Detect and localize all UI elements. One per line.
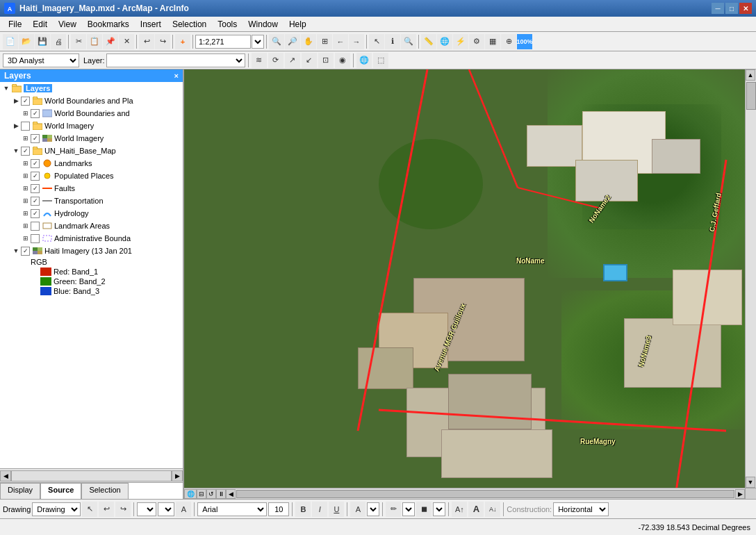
underline-button[interactable]: U [329, 502, 344, 517]
toc-close-button[interactable]: × [174, 72, 179, 80]
bold-button[interactable]: B [295, 502, 311, 517]
drawing-tool-1[interactable]: ↖ [82, 502, 97, 517]
analyst-btn5[interactable]: ⊡ [318, 53, 334, 68]
scroll-down-btn[interactable]: ▼ [746, 477, 755, 488]
expand-icon-un[interactable]: ▼ [11, 147, 21, 154]
toc-populated-places[interactable]: ⊞ ✓ Populated Places [0, 170, 183, 182]
map-nav-pause[interactable]: ⏸ [216, 489, 226, 499]
toc-landmarks[interactable]: ⊞ ✓ Landmarks [0, 157, 183, 170]
checkbox-wbs[interactable]: ✓ [31, 109, 40, 118]
scroll-right-btn[interactable]: ▶ [735, 489, 745, 499]
toc-transportation[interactable]: ⊞ ✓ Transportation [0, 195, 183, 207]
checkbox-un[interactable]: ✓ [21, 147, 30, 156]
tab-source[interactable]: Source [40, 483, 81, 499]
checkbox-tr[interactable]: ✓ [31, 197, 40, 206]
expand-icon-fa[interactable]: ⊞ [21, 185, 31, 192]
toc-hydrology[interactable]: ⊞ ✓ Hydrology [0, 207, 183, 220]
expand-icon-wig[interactable]: ▶ [11, 122, 21, 129]
minimize-button[interactable]: ─ [712, 3, 724, 14]
toc-faults[interactable]: ⊞ ✓ Faults [0, 182, 183, 195]
paste-button[interactable]: 📌 [103, 34, 118, 49]
more-btn2[interactable]: ⚙ [469, 34, 484, 49]
more-btn4[interactable]: ⊕ [501, 34, 516, 49]
toc-haiti-imagery[interactable]: ▼ ✓ Haiti Imagery (13 Jan 201 [0, 245, 183, 257]
map-nav-refresh[interactable]: ↺ [206, 489, 216, 499]
menu-file[interactable]: File [3, 18, 27, 31]
menu-insert[interactable]: Insert [135, 18, 167, 31]
drawing-tool-3[interactable]: ↪ [115, 502, 131, 517]
analyst-btn4[interactable]: ↙ [302, 53, 317, 68]
analyst-btn8[interactable]: ⬚ [373, 53, 388, 68]
undo-button[interactable]: ↩ [139, 34, 154, 49]
cut-button[interactable]: ✂ [71, 34, 86, 49]
scale-input[interactable]: 1:2,271 [195, 35, 251, 49]
expand-icon-hi[interactable]: ▼ [11, 247, 21, 254]
menu-help[interactable]: Help [284, 18, 312, 31]
back-button[interactable]: ← [333, 34, 348, 49]
tab-selection[interactable]: Selection [81, 483, 128, 499]
checkbox-hy[interactable]: ✓ [31, 209, 40, 218]
checkbox-ab[interactable] [31, 234, 40, 243]
toc-scroll-right[interactable]: ▶ [172, 470, 183, 481]
expand-icon-lm[interactable]: ⊞ [21, 160, 31, 167]
checkbox-wb-group[interactable]: ✓ [21, 97, 30, 106]
toc-scrollbar-h[interactable] [11, 470, 172, 481]
close-button[interactable]: ✕ [739, 3, 752, 14]
line-color-btn[interactable]: ✏ [386, 502, 401, 517]
toc-world-imagery-group[interactable]: ▶ World Imagery [0, 120, 183, 132]
checkbox-lm[interactable]: ✓ [31, 159, 40, 168]
scroll-up-btn[interactable]: ▲ [746, 69, 755, 81]
fill-color-btn[interactable]: ◼ [416, 502, 432, 517]
toc-scroll[interactable]: ▼ Layers ▶ ✓ World Boundaries and Pla ⊞ … [0, 82, 183, 468]
pan-button[interactable]: ✋ [301, 34, 316, 49]
expand-icon[interactable]: ▼ [1, 85, 11, 92]
more-btn3[interactable]: ▦ [485, 34, 500, 49]
open-button[interactable]: 📂 [19, 34, 34, 49]
map-nav-globe[interactable]: 🌐 [184, 489, 197, 499]
select-button[interactable]: ↖ [369, 34, 384, 49]
full-extent-button[interactable]: ⊞ [317, 34, 332, 49]
find-button[interactable]: 🔍 [401, 34, 416, 49]
color-dropdown[interactable] [367, 502, 379, 516]
redo-button[interactable]: ↪ [155, 34, 170, 49]
window-controls[interactable]: ─ □ ✕ [712, 3, 752, 14]
menu-tools[interactable]: Tools [212, 18, 243, 31]
toc-world-boundaries-sub[interactable]: ⊞ ✓ World Boundaries and [0, 107, 183, 120]
map-scrollbar-h[interactable]: 🌐 ⊟ ↺ ⏸ ◀ ▶ [184, 488, 745, 499]
shape-dropdown[interactable] [137, 502, 156, 516]
toc-world-boundaries-group[interactable]: ▶ ✓ World Boundaries and Pla [0, 94, 183, 107]
expand-icon-pp[interactable]: ⊞ [21, 172, 31, 179]
drawing-tool-2[interactable]: ↩ [99, 502, 114, 517]
expand-icon-tr[interactable]: ⊞ [21, 197, 31, 204]
map-nav-back[interactable]: ⊟ [197, 489, 206, 499]
analyst-btn3[interactable]: ↗ [285, 53, 300, 68]
drawing-dropdown[interactable]: Drawing [32, 502, 81, 516]
text-style-dropdown[interactable]: A [158, 502, 174, 516]
line-color-dropdown[interactable] [402, 502, 415, 516]
draw-text-btn[interactable]: A [176, 502, 191, 517]
expand-icon-hy[interactable]: ⊞ [21, 210, 31, 217]
toc-scroll-left[interactable]: ◀ [0, 470, 11, 481]
identify-button[interactable]: ℹ [385, 34, 400, 49]
menu-window[interactable]: Window [243, 18, 284, 31]
analyst-btn2[interactable]: ⟳ [268, 53, 284, 68]
measure-button[interactable]: 📏 [421, 34, 436, 49]
expand-icon-ab[interactable]: ⊞ [21, 235, 31, 242]
add-data-button[interactable]: + [175, 34, 190, 49]
maximize-button[interactable]: □ [725, 3, 738, 14]
text-bold-A[interactable]: A [468, 502, 484, 517]
checkbox-la[interactable] [31, 222, 40, 231]
text-size-large[interactable]: A↑ [452, 502, 467, 517]
analyst-btn1[interactable]: ≋ [252, 53, 267, 68]
menu-bookmarks[interactable]: Bookmarks [82, 18, 135, 31]
italic-button[interactable]: I [312, 502, 327, 517]
tab-display[interactable]: Display [0, 483, 40, 499]
layer-dropdown[interactable] [106, 54, 245, 67]
save-button[interactable]: 💾 [35, 34, 50, 49]
map-scrollbar-v[interactable]: ▲ ▼ [745, 69, 756, 488]
construction-dropdown[interactable]: Horizontal [553, 502, 609, 516]
copy-button[interactable]: 📋 [87, 34, 102, 49]
forward-button[interactable]: → [349, 34, 364, 49]
analyst-dropdown[interactable]: 3D Analyst [3, 54, 79, 67]
toc-world-imagery-sub[interactable]: ⊞ ✓ World Imagery [0, 132, 183, 145]
